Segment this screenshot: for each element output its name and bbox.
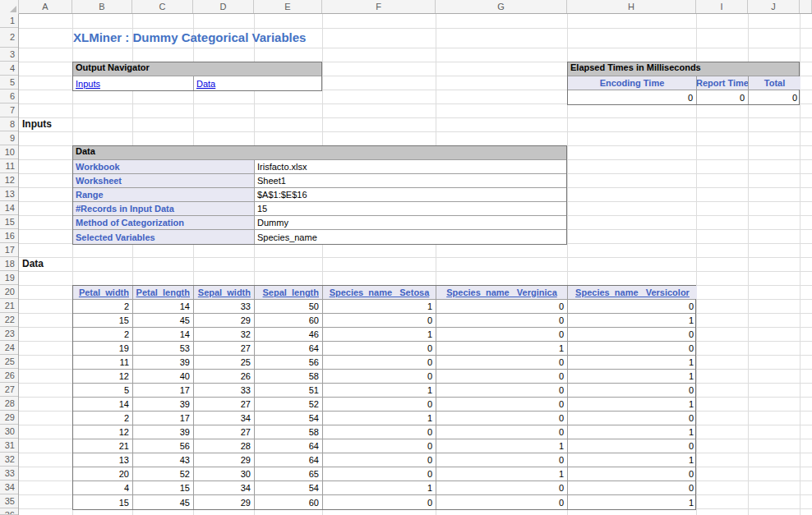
row-header-25[interactable]: 25 xyxy=(0,355,18,369)
data-cell-r10-c7[interactable]: 1 xyxy=(568,425,697,439)
data-cell-r4-c1[interactable]: 19 xyxy=(73,342,133,355)
data-cell-r9-c4[interactable]: 54 xyxy=(255,412,323,425)
data-cell-r3-c2[interactable]: 14 xyxy=(133,328,194,341)
inputs-link[interactable]: Inputs xyxy=(76,79,100,89)
inputs-row-value-4[interactable]: 15 xyxy=(255,202,568,215)
data-cell-r1-c2[interactable]: 14 xyxy=(133,300,194,313)
row-header-31[interactable]: 31 xyxy=(0,439,18,453)
data-cell-r12-c3[interactable]: 29 xyxy=(194,453,255,467)
data-cell-r10-c4[interactable]: 58 xyxy=(255,425,323,439)
data-cell-r4-c7[interactable]: 0 xyxy=(568,342,697,355)
data-cell-r4-c5[interactable]: 0 xyxy=(323,342,436,355)
data-cell-r7-c2[interactable]: 17 xyxy=(133,384,194,397)
data-column-header-5[interactable]: Species_name_ Setosa xyxy=(323,286,436,299)
row-header-5[interactable]: 5 xyxy=(0,76,18,90)
data-cell-r5-c3[interactable]: 25 xyxy=(194,356,255,369)
data-cell-r12-c5[interactable]: 0 xyxy=(323,453,436,467)
inputs-row-value-3[interactable]: $A$1:$E$16 xyxy=(255,188,568,201)
data-cell-r14-c4[interactable]: 54 xyxy=(255,481,323,494)
data-cell-r11-c3[interactable]: 28 xyxy=(194,439,255,453)
data-cell-r7-c4[interactable]: 51 xyxy=(255,384,323,397)
data-cell-r15-c4[interactable]: 60 xyxy=(255,495,323,509)
inputs-row-value-2[interactable]: Sheet1 xyxy=(255,174,568,187)
data-cell-r14-c7[interactable]: 0 xyxy=(568,481,697,494)
data-cell-r13-c4[interactable]: 65 xyxy=(255,467,323,481)
row-header-30[interactable]: 30 xyxy=(0,425,18,439)
data-cell-r12-c6[interactable]: 0 xyxy=(436,453,568,467)
row-header-20[interactable]: 20 xyxy=(0,285,18,299)
data-cell-r10-c3[interactable]: 27 xyxy=(194,425,255,439)
data-cell-r12-c2[interactable]: 43 xyxy=(133,453,194,467)
data-column-header-7[interactable]: Species_name_ Versicolor xyxy=(568,286,697,299)
data-cell-r1-c1[interactable]: 2 xyxy=(73,300,133,313)
data-cell-r5-c1[interactable]: 11 xyxy=(73,356,133,369)
row-header-19[interactable]: 19 xyxy=(0,271,18,285)
row-header-7[interactable]: 7 xyxy=(0,103,18,117)
row-header-3[interactable]: 3 xyxy=(0,48,18,62)
data-cell-r15-c3[interactable]: 29 xyxy=(194,495,255,509)
data-cell-r6-c4[interactable]: 58 xyxy=(255,370,323,383)
data-cell-r15-c2[interactable]: 45 xyxy=(133,495,194,509)
data-cell-r11-c5[interactable]: 0 xyxy=(323,439,436,453)
row-header-10[interactable]: 10 xyxy=(0,145,18,159)
data-cell-r8-c7[interactable]: 1 xyxy=(568,398,697,411)
data-cell-r12-c1[interactable]: 13 xyxy=(73,453,133,467)
data-cell-r8-c5[interactable]: 0 xyxy=(323,398,436,411)
data-cell-r9-c1[interactable]: 2 xyxy=(73,412,133,425)
row-header-18[interactable]: 18 xyxy=(0,257,18,271)
data-cell-r4-c6[interactable]: 1 xyxy=(436,342,568,355)
data-cell-r7-c5[interactable]: 1 xyxy=(323,384,436,397)
data-cell-r6-c5[interactable]: 0 xyxy=(323,370,436,383)
row-header-4[interactable]: 4 xyxy=(0,62,18,76)
data-cell-r5-c6[interactable]: 0 xyxy=(436,356,568,369)
inputs-row-label-3[interactable]: Range xyxy=(73,188,255,201)
column-header-H[interactable]: H xyxy=(567,0,696,13)
data-cell-r15-c5[interactable]: 0 xyxy=(323,495,436,509)
data-cell-r15-c6[interactable]: 0 xyxy=(436,495,568,509)
inputs-row-value-1[interactable]: Irisfacto.xlsx xyxy=(255,160,568,173)
column-header-F[interactable]: F xyxy=(322,0,436,13)
data-column-header-2[interactable]: Petal_length xyxy=(133,286,194,299)
data-cell-r4-c4[interactable]: 64 xyxy=(255,342,323,355)
data-cell-r4-c3[interactable]: 27 xyxy=(194,342,255,355)
inputs-row-value-6[interactable]: Species_name xyxy=(255,230,568,244)
inputs-row-label-6[interactable]: Selected Variables xyxy=(73,230,255,244)
data-cell-r11-c4[interactable]: 64 xyxy=(255,439,323,453)
row-header-16[interactable]: 16 xyxy=(0,229,18,243)
row-header-34[interactable]: 34 xyxy=(0,481,18,494)
row-header-17[interactable]: 17 xyxy=(0,243,18,257)
row-header-2[interactable]: 2 xyxy=(0,28,18,48)
data-cell-r7-c1[interactable]: 5 xyxy=(73,384,133,397)
column-header-G[interactable]: G xyxy=(436,0,567,13)
data-cell-r2-c4[interactable]: 60 xyxy=(255,314,323,327)
data-cell-r6-c7[interactable]: 1 xyxy=(568,370,697,383)
data-cell-r9-c6[interactable]: 0 xyxy=(436,412,568,425)
data-cell-r2-c7[interactable]: 1 xyxy=(568,314,697,327)
data-cell-r2-c1[interactable]: 15 xyxy=(73,314,133,327)
inputs-row-value-5[interactable]: Dummy xyxy=(255,216,568,229)
data-cell-r11-c1[interactable]: 21 xyxy=(73,439,133,453)
data-cell-r13-c7[interactable]: 0 xyxy=(568,467,697,481)
data-cell-r3-c1[interactable]: 2 xyxy=(73,328,133,341)
data-cell-r13-c2[interactable]: 52 xyxy=(133,467,194,481)
data-cell-r13-c6[interactable]: 1 xyxy=(436,467,568,481)
data-cell-r5-c5[interactable]: 0 xyxy=(323,356,436,369)
data-cell-r5-c4[interactable]: 56 xyxy=(255,356,323,369)
inputs-row-label-4[interactable]: #Records in Input Data xyxy=(73,202,255,215)
row-header-24[interactable]: 24 xyxy=(0,341,18,355)
data-cell-r14-c6[interactable]: 0 xyxy=(436,481,568,494)
row-header-6[interactable]: 6 xyxy=(0,90,18,103)
data-cell-r7-c7[interactable]: 0 xyxy=(568,384,697,397)
data-cell-r12-c7[interactable]: 1 xyxy=(568,453,697,467)
row-header-27[interactable]: 27 xyxy=(0,383,18,397)
data-cell-r3-c5[interactable]: 1 xyxy=(323,328,436,341)
column-header-I[interactable]: I xyxy=(696,0,748,13)
data-cell-r12-c4[interactable]: 64 xyxy=(255,453,323,467)
data-column-header-6[interactable]: Species_name_ Verginica xyxy=(436,286,568,299)
row-header-26[interactable]: 26 xyxy=(0,369,18,383)
select-all-corner[interactable] xyxy=(0,0,19,14)
row-header-36[interactable]: 36 xyxy=(0,508,18,515)
data-cell-r2-c3[interactable]: 29 xyxy=(194,314,255,327)
data-cell-r13-c5[interactable]: 0 xyxy=(323,467,436,481)
data-cell-r6-c6[interactable]: 0 xyxy=(436,370,568,383)
